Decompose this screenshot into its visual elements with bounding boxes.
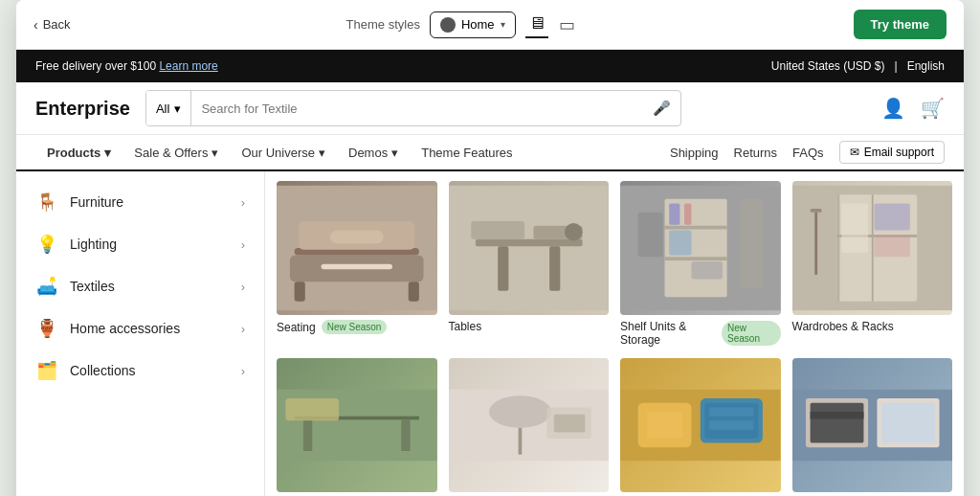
product-image-shelf [620,181,781,315]
nav-item-demos[interactable]: Demos ▾ [337,135,410,171]
account-icon[interactable]: 👤 [881,97,905,120]
nav-bar: Products ▾ Sale & Offers ▾ Our Universe … [16,135,964,171]
product-image-lamps [449,358,610,492]
search-input[interactable] [191,91,643,125]
tablet-icon[interactable]: ▭ [556,11,578,38]
email-support-button[interactable]: ✉ Email support [839,141,945,164]
product-card-shelf[interactable]: Shelf Units & Storage New Season [620,181,781,347]
svg-point-41 [488,395,550,428]
svg-rect-38 [401,419,410,451]
product-image-outdoor [277,358,437,492]
chevron-down-icon: ▾ [174,101,181,116]
back-button[interactable]: ‹ Back [33,17,71,33]
delivery-text: Free delivery over $100 [35,59,156,73]
svg-rect-39 [285,398,339,420]
svg-rect-22 [691,261,723,280]
product-label-shelf: Shelf Units & Storage New Season [620,320,781,347]
svg-rect-6 [322,264,392,270]
nav-item-features[interactable]: Theme Features [410,135,523,171]
back-label: Back [43,17,71,32]
product-image-cushions [620,358,781,492]
svg-rect-54 [810,403,863,443]
svg-rect-44 [553,415,585,433]
delivery-notice: Free delivery over $100 Learn more [35,59,218,73]
svg-rect-34 [810,209,821,213]
svg-rect-21 [669,230,691,255]
site-logo: Enterprise [35,98,130,120]
nav-right: Shipping Returns FAQs ✉ Email support [670,141,945,164]
device-icons: 🖥 ▭ [525,11,578,38]
new-season-badge-2: New Season [722,321,780,346]
product-card-cushions[interactable]: Cushions [620,358,781,496]
svg-rect-37 [303,419,312,451]
svg-rect-50 [709,407,754,416]
try-theme-button[interactable]: Try theme [854,10,947,39]
svg-rect-17 [665,226,727,230]
svg-rect-31 [874,203,909,230]
product-image-wardrobes [792,181,953,315]
svg-rect-42 [518,428,522,455]
accessories-icon: 🏺 [35,317,58,340]
language-selector[interactable]: English [907,59,945,73]
svg-rect-4 [295,282,305,301]
learn-more-link[interactable]: Learn more [159,59,217,73]
nav-item-universe[interactable]: Our Universe ▾ [230,135,337,171]
sidebar-item-furniture[interactable]: 🪑 Furniture › [16,181,264,223]
theme-styles-label: Theme styles [346,17,420,32]
back-icon: ‹ [33,17,38,33]
chevron-down-icon: ▾ [212,146,218,160]
chevron-down-icon: ▾ [104,146,111,160]
theme-dropdown[interactable]: Home ▾ [430,11,516,38]
products-area: Seating New Season [265,171,964,496]
svg-rect-18 [665,257,727,260]
svg-rect-23 [638,213,663,258]
product-card-rugs[interactable]: Rugs [792,358,953,496]
chevron-right-icon: › [241,195,245,210]
sidebar-item-textiles[interactable]: 🛋️ Textiles › [16,265,264,307]
sidebar-item-lighting[interactable]: 💡 Lighting › [16,223,264,265]
desktop-icon[interactable]: 🖥 [525,11,548,38]
svg-rect-19 [669,203,679,224]
nav-item-sale[interactable]: Sale & Offers ▾ [122,135,230,171]
nav-returns[interactable]: Returns [734,146,778,160]
chevron-down-icon: ▾ [391,146,398,160]
main-content: 🪑 Furniture › 💡 Lighting › 🛋️ Textiles › [16,171,964,496]
sidebar-item-collections[interactable]: 🗂️ Collections › [16,349,264,392]
svg-rect-7 [330,230,384,243]
browser-window: ‹ Back Theme styles Home ▾ 🖥 ▭ Try theme… [16,0,964,496]
nav-shipping[interactable]: Shipping [670,146,719,160]
microphone-icon[interactable]: 🎤 [643,100,680,117]
product-card-wardrobes[interactable]: Wardrobes & Racks [792,181,953,347]
product-image-tables [449,181,610,315]
chevron-right-icon: › [241,280,245,294]
sidebar-item-accessories[interactable]: 🏺 Home accessories › [16,307,264,349]
product-image-rugs [792,358,953,492]
textiles-icon: 🛋️ [35,275,58,298]
product-card-outdoor[interactable]: Outdoor Furniture [277,358,437,496]
product-card-seating[interactable]: Seating New Season [277,181,437,347]
product-image-seating [277,181,437,315]
site-top-bar-right: United States (USD $) | English [771,59,945,73]
product-card-tables[interactable]: Tables [449,181,610,347]
svg-rect-10 [498,246,508,291]
chevron-down-icon: ▾ [501,19,505,30]
svg-rect-27 [836,194,839,302]
divider: | [895,59,898,73]
svg-rect-9 [475,239,582,246]
lighting-icon: 💡 [35,233,58,256]
product-card-lamps[interactable]: Lamps & Shades [449,358,610,496]
svg-rect-20 [684,203,691,224]
region-selector[interactable]: United States (USD $) [771,59,885,73]
email-icon: ✉ [850,146,859,159]
theme-name: Home [461,17,495,32]
nav-faqs[interactable]: FAQs [792,146,824,160]
cart-icon[interactable]: 🛒 [921,97,945,120]
chevron-right-icon: › [241,237,245,252]
new-season-badge: New Season [322,320,388,334]
nav-item-products[interactable]: Products ▾ [35,135,122,171]
svg-rect-8 [449,186,610,310]
search-container: All ▾ 🎤 [145,90,681,126]
svg-point-14 [564,223,582,241]
search-category-dropdown[interactable]: All ▾ [146,91,191,125]
nav-left: Products ▾ Sale & Offers ▾ Our Universe … [35,135,524,169]
